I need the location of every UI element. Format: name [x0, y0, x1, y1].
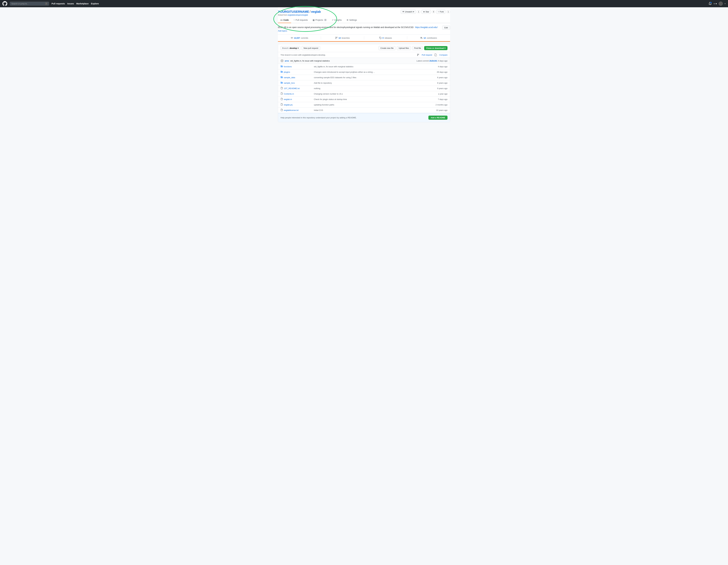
tab-code[interactable]: <> Code — [278, 17, 291, 23]
file-row: sample_locs Add file to repository 8 yea… — [278, 80, 450, 86]
file-name-link[interactable]: eeglablicense.txt — [281, 109, 299, 112]
file-message: updating function paths — [314, 104, 334, 106]
file-icon — [281, 103, 283, 106]
releases-label: releases — [384, 37, 392, 39]
file-name-link[interactable]: eeglab.m — [281, 98, 292, 101]
file-name-link[interactable]: plugins — [281, 71, 290, 73]
file-name-link[interactable]: sample_locs — [281, 82, 295, 84]
repo-topics: Add topics — [278, 30, 440, 32]
commit-message-text: std_figtitle.m, fix issue with marginal … — [290, 60, 330, 62]
repo-fork-info: forked from eeglabdevelopers/eeglab — [278, 14, 321, 16]
search-bar[interactable]: Search or jump to... / — [10, 2, 49, 6]
file-name-link[interactable]: eeglab.prj — [281, 103, 292, 106]
branch-label: Branch: — [282, 47, 289, 49]
toolbar-left: Branch: develop ▾ New pull request — [281, 46, 320, 50]
find-file-button[interactable]: Find file — [412, 46, 423, 50]
contributors-count-link[interactable]: 12 — [424, 37, 426, 39]
nav-pull-requests[interactable]: Pull requests — [52, 2, 65, 5]
compare-link[interactable]: Compare — [439, 54, 447, 56]
nav-issues[interactable]: Issues — [67, 2, 74, 5]
tab-insights-label: Insights — [334, 19, 342, 21]
branch-name: develop — [290, 47, 297, 49]
edit-description-button[interactable]: Edit — [442, 26, 450, 30]
file-name-link[interactable]: functions — [281, 65, 292, 68]
file-message: Check for plugin status at startup time — [314, 98, 347, 100]
add-topics-link[interactable]: Add topics — [278, 30, 287, 32]
nav-explore[interactable]: Explore — [91, 2, 99, 5]
file-name-link[interactable]: Contents.m — [281, 92, 294, 95]
file-name-text: sample_locs — [284, 82, 295, 84]
projects-icon: ▦ — [313, 19, 315, 21]
folder-icon — [281, 76, 283, 79]
file-name-text: eeglablicense.txt — [284, 109, 299, 111]
file-name-text: 1ST_README.txt — [284, 87, 300, 90]
unwatch-caret: ▾ — [413, 11, 414, 13]
star-label: Star — [426, 11, 429, 13]
commit-hash-info: Latest commit 2b2b161 4 days ago — [416, 60, 447, 62]
description-section: EEGLAB is an open source signal processi… — [278, 23, 450, 35]
tab-projects-label: Projects — [315, 19, 323, 21]
tab-projects[interactable]: ▦ Projects 0 — [310, 17, 329, 23]
commit-avatar — [281, 59, 284, 62]
pull-request-link[interactable]: Pull request — [422, 54, 432, 56]
branches-count-link[interactable]: 14 — [339, 37, 341, 39]
fork-source-link[interactable]: eeglabdevelopers/eeglab — [288, 14, 308, 16]
clone-download-button[interactable]: Clone or download ▾ — [424, 46, 447, 50]
repo-owner-link[interactable]: YOURGITUSERNAME — [278, 10, 309, 13]
new-item-button[interactable]: + ▾ — [713, 2, 717, 5]
navbar-right: + ▾ ▾ — [709, 2, 726, 6]
repo-website-link[interactable]: https://eeglab.ucsd.edu/ — [415, 26, 438, 28]
settings-icon: ⚙ — [347, 19, 349, 21]
file-icon — [281, 98, 283, 101]
nav-marketplace[interactable]: Marketplace — [76, 2, 89, 5]
file-icon — [281, 109, 283, 112]
create-new-file-button[interactable]: Create new file — [378, 46, 396, 50]
tab-settings-label: Settings — [349, 19, 357, 21]
readme-prompt: Help people interested in this repositor… — [278, 113, 450, 122]
readme-prompt-text: Help people interested in this repositor… — [281, 117, 357, 119]
commit-author-link[interactable]: arno — [285, 60, 289, 62]
branch-selector[interactable]: Branch: develop ▾ — [281, 46, 300, 50]
page-body: YOURGITUSERNAME / eeglab forked from eeg… — [0, 7, 728, 565]
folder-icon — [281, 71, 283, 73]
file-toolbar: Branch: develop ▾ New pull request Creat… — [278, 44, 450, 52]
commit-hash-link[interactable]: 2b2b161 — [429, 60, 437, 62]
notification-bell[interactable] — [709, 2, 712, 5]
tab-pr-label: Pull requests — [296, 19, 308, 21]
releases-stat: 0 releases — [364, 37, 407, 39]
fork-button[interactable]: ⑂ Fork — [436, 10, 445, 14]
avatar-caret[interactable]: ▾ — [725, 3, 726, 5]
repo-name-link[interactable]: eeglab — [311, 10, 321, 13]
upload-files-button[interactable]: Upload files — [397, 46, 411, 50]
unwatch-button[interactable]: 👁 Unwatch ▾ — [401, 10, 416, 14]
new-pull-request-button[interactable]: New pull request — [302, 46, 320, 50]
file-time: 7 days ago — [438, 98, 447, 100]
file-table: functions std_figtitle.m, fix issue with… — [278, 64, 450, 113]
unwatch-label: Unwatch — [405, 11, 413, 13]
tab-settings[interactable]: ⚙ Settings — [344, 17, 359, 23]
code-icon: <> — [280, 19, 283, 21]
file-icon — [281, 92, 283, 95]
file-name-text: functions — [284, 65, 292, 68]
tab-insights[interactable]: ↗ Insights — [329, 17, 344, 23]
file-message: std_figtitle.m, fix issue with marginal … — [314, 65, 353, 68]
content-area: YOURGITUSERNAME / eeglab forked from eeg… — [273, 7, 455, 122]
releases-count-link[interactable]: 0 — [382, 37, 384, 39]
repo-header: YOURGITUSERNAME / eeglab forked from eeg… — [278, 7, 450, 23]
file-name-text: eeglab.prj — [284, 104, 292, 106]
commits-count-link[interactable]: 12,047 — [294, 37, 300, 39]
file-name-link[interactable]: sample_data — [281, 76, 295, 79]
github-logo-icon[interactable] — [2, 1, 7, 6]
star-button[interactable]: ★ Star — [421, 10, 431, 14]
file-name-link[interactable]: 1ST_README.txt — [281, 87, 300, 90]
file-time: a year ago — [438, 93, 447, 95]
repo-action-buttons: 👁 Unwatch ▾ 1 ★ Star 0 ⑂ Fork 1 — [401, 10, 450, 14]
user-avatar[interactable] — [719, 2, 723, 6]
unwatch-count-badge: 1 — [417, 10, 421, 13]
file-time: 4 days ago — [438, 65, 447, 68]
file-name-text: Contents.m — [284, 93, 294, 95]
stats-bar: 12,047 commits 14 branches 0 releases 12… — [278, 35, 450, 42]
contributors-stat: 12 contributors — [407, 37, 450, 39]
add-readme-button[interactable]: Add a README — [428, 116, 447, 120]
tab-pull-requests[interactable]: ⑂ Pull requests — [291, 17, 310, 23]
